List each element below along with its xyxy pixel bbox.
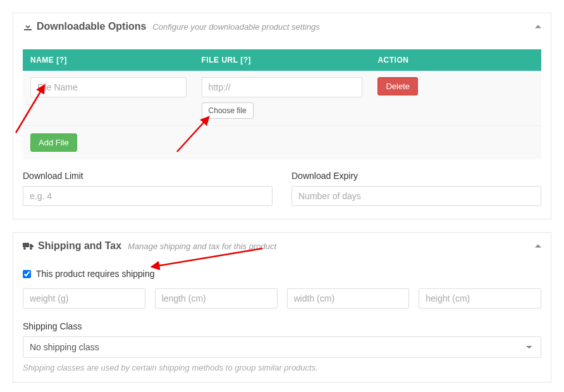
height-input[interactable] — [419, 288, 541, 309]
col-name-header: NAME [?] — [23, 49, 194, 71]
requires-shipping-label[interactable]: This product requires shipping — [36, 269, 155, 279]
downloadable-panel-header[interactable]: Downloadable Options Configure your down… — [13, 13, 551, 40]
requires-shipping-checkbox[interactable] — [23, 270, 31, 278]
truck-icon — [23, 242, 34, 250]
shipping-body: This product requires shipping Shipping … — [13, 259, 551, 382]
downloadable-title: Downloadable Options — [37, 21, 146, 32]
download-expiry-input[interactable] — [291, 186, 541, 206]
weight-input[interactable] — [23, 288, 145, 309]
file-name-input[interactable] — [30, 77, 187, 97]
delete-file-button[interactable]: Delete — [377, 77, 418, 95]
col-action-header: ACTION — [370, 49, 541, 71]
download-icon — [23, 21, 33, 32]
collapse-caret-icon[interactable] — [535, 245, 541, 248]
shipping-class-label: Shipping Class — [23, 321, 541, 331]
download-expiry-label: Download Expiry — [291, 171, 541, 181]
downloadable-subtitle: Configure your downloadable product sett… — [152, 22, 320, 32]
shipping-subtitle: Manage shipping and tax for this product — [128, 242, 276, 251]
dimensions-row — [23, 288, 541, 309]
download-limit-input[interactable] — [23, 186, 273, 206]
col-url-header: FILE URL [?] — [194, 49, 371, 71]
width-input[interactable] — [287, 288, 410, 309]
requires-shipping-row: This product requires shipping — [23, 269, 541, 279]
file-url-input[interactable] — [202, 77, 363, 97]
downloadable-body: NAME [?] FILE URL [?] ACTION Choose — [13, 40, 551, 219]
files-table: NAME [?] FILE URL [?] ACTION Choose — [23, 49, 541, 159]
file-row: Choose file Delete — [23, 71, 541, 126]
add-file-button[interactable]: Add File — [30, 133, 77, 152]
shipping-title: Shipping and Tax — [38, 240, 121, 252]
shipping-panel: Shipping and Tax Manage shipping and tax… — [13, 232, 551, 383]
shipping-class-help: Shipping classes are used by certain shi… — [23, 363, 541, 372]
page-container: Downloadable Options Configure your down… — [13, 13, 551, 383]
length-input[interactable] — [155, 288, 278, 309]
shipping-class-select[interactable]: No shipping class — [23, 336, 541, 358]
collapse-caret-icon[interactable] — [535, 25, 541, 28]
downloadable-panel: Downloadable Options Configure your down… — [13, 13, 551, 219]
choose-file-button[interactable]: Choose file — [202, 102, 254, 119]
shipping-panel-header[interactable]: Shipping and Tax Manage shipping and tax… — [13, 233, 551, 259]
download-limit-label: Download Limit — [23, 171, 273, 181]
download-fields: Download Limit Download Expiry — [23, 171, 541, 206]
